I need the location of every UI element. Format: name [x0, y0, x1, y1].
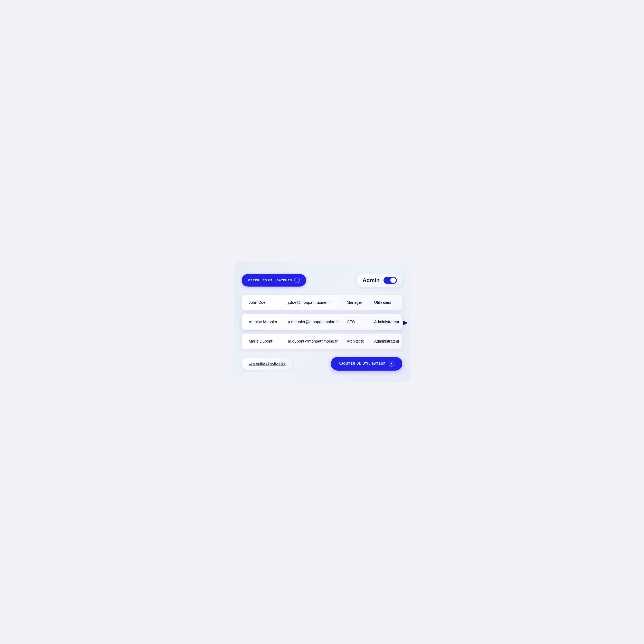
manage-users-button[interactable]: GÉRER LES UTILISATEURS + — [242, 274, 306, 287]
user-name-3: Marie Dupont — [249, 339, 288, 344]
cursor-arrow-icon: ▶ — [403, 319, 408, 326]
user-row-1[interactable]: John Doe j.doe@monpatrimoine.fr Manager … — [242, 295, 402, 310]
add-user-button[interactable]: AJOUTER UN UTILISATEUR + — [331, 357, 402, 371]
user-role-1: Manager — [347, 300, 374, 305]
user-type-2: Administrateur — [374, 320, 399, 324]
manage-users-label: GÉRER LES UTILISATEURS — [248, 279, 292, 282]
users-list: John Doe j.doe@monpatrimoine.fr Manager … — [242, 295, 402, 349]
user-email-2: a.meunier@monpatrimoine.fr — [288, 320, 347, 324]
user-type-3: Administrateur — [374, 339, 399, 344]
manage-plus-icon: + — [294, 278, 300, 283]
user-name-1: John Doe — [249, 300, 288, 305]
main-container: GÉRER LES UTILISATEURS + Admin John Doe … — [234, 262, 410, 382]
user-role-3: Architecte — [347, 339, 374, 344]
bottom-row: Une entité sélectionnée AJOUTER UN UTILI… — [242, 357, 402, 371]
user-role-2: CEO — [347, 320, 374, 324]
user-email-3: m.dupont@monpatrimoine.fr — [288, 339, 347, 344]
top-row: GÉRER LES UTILISATEURS + Admin — [242, 274, 402, 287]
toggle-thumb — [390, 278, 396, 283]
admin-label: Admin — [363, 277, 380, 283]
user-type-1: Utilisateur — [374, 300, 395, 305]
admin-toggle[interactable] — [384, 277, 397, 284]
user-email-1: j.doe@monpatrimoine.fr — [288, 300, 347, 305]
add-user-plus-icon: + — [389, 361, 394, 367]
entity-badge: Une entité sélectionnée — [242, 358, 293, 370]
admin-toggle-card: Admin — [357, 274, 402, 287]
add-user-label: AJOUTER UN UTILISATEUR — [339, 362, 386, 365]
user-row-2[interactable]: Antoine Meunier a.meunier@monpatrimoine.… — [242, 314, 402, 330]
user-name-2: Antoine Meunier — [249, 320, 288, 324]
user-row-3[interactable]: Marie Dupont m.dupont@monpatrimoine.fr A… — [242, 334, 402, 349]
entity-label: Une entité sélectionnée — [249, 362, 286, 365]
toggle-track — [384, 277, 397, 284]
